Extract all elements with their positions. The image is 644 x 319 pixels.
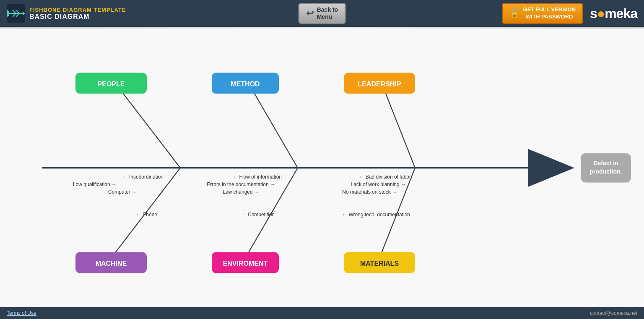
- svg-text:PEOPLE: PEOPLE: [98, 80, 125, 88]
- svg-marker-9: [528, 149, 574, 187]
- back-button-label: Back toMenu: [317, 6, 338, 21]
- back-to-menu-button[interactable]: ↩ Back toMenu: [299, 3, 346, 24]
- svg-text:← Phone: ← Phone: [136, 212, 157, 218]
- svg-text:← Competition: ← Competition: [242, 212, 275, 218]
- svg-text:← Bad division of labor: ← Bad division of labor: [359, 174, 411, 180]
- svg-text:← Insubordination: ← Insubordination: [123, 174, 164, 180]
- header-center: ↩ Back toMenu: [299, 3, 346, 24]
- svg-text:ENVIROMENT: ENVIROMENT: [223, 260, 268, 267]
- svg-text:LEADERSHIP: LEADERSHIP: [358, 80, 401, 88]
- someka-text: s: [590, 6, 597, 21]
- sub-title: BASIC DIAGRAM: [29, 13, 126, 21]
- svg-text:METHOD: METHOD: [231, 80, 260, 88]
- footer: Terms of Use contact@someka.net: [0, 307, 644, 319]
- fishbone-icon: [7, 4, 25, 23]
- svg-text:Low qualification →: Low qualification →: [73, 182, 117, 187]
- full-version-label: GET FULL VERSIONWITH PASSWORD: [523, 6, 576, 21]
- someka-logo: s●meka: [590, 6, 637, 21]
- back-arrow-icon: ↩: [306, 8, 314, 19]
- header-titles: FISHBONE DIAGRAM TEMPLATE BASIC DIAGRAM: [29, 7, 126, 21]
- fishbone-diagram: Defect in production. PEOPLE ← Insubordi…: [0, 29, 644, 307]
- svg-text:No materials on stock →: No materials on stock →: [342, 189, 397, 195]
- svg-text:production.: production.: [590, 168, 622, 175]
- svg-text:Computer →: Computer →: [108, 189, 137, 195]
- svg-text:Errors in the documentation →: Errors in the documentation →: [207, 182, 275, 187]
- svg-text:← Flow of information: ← Flow of information: [233, 174, 282, 180]
- header: FISHBONE DIAGRAM TEMPLATE BASIC DIAGRAM …: [0, 0, 644, 27]
- header-right: 🔓 GET FULL VERSIONWITH PASSWORD s●meka: [502, 3, 637, 24]
- svg-text:MACHINE: MACHINE: [96, 260, 127, 267]
- full-version-button[interactable]: 🔓 GET FULL VERSIONWITH PASSWORD: [502, 3, 583, 24]
- svg-text:Law changed →: Law changed →: [223, 189, 259, 195]
- diagram-area: Defect in production. PEOPLE ← Insubordi…: [0, 29, 644, 307]
- logo-area: FISHBONE DIAGRAM TEMPLATE BASIC DIAGRAM: [7, 4, 126, 23]
- svg-text:← Wrong  tech. documentation: ← Wrong tech. documentation: [342, 212, 410, 218]
- terms-of-use-link[interactable]: Terms of Use: [7, 310, 36, 316]
- svg-text:MATERIALS: MATERIALS: [360, 260, 399, 267]
- svg-text:Lack of work planning →: Lack of work planning →: [351, 182, 406, 187]
- top-title: FISHBONE DIAGRAM TEMPLATE: [29, 7, 126, 13]
- svg-text:Defect in: Defect in: [593, 160, 618, 166]
- lock-icon: 🔓: [509, 8, 520, 18]
- contact-email: contact@someka.net: [590, 310, 637, 316]
